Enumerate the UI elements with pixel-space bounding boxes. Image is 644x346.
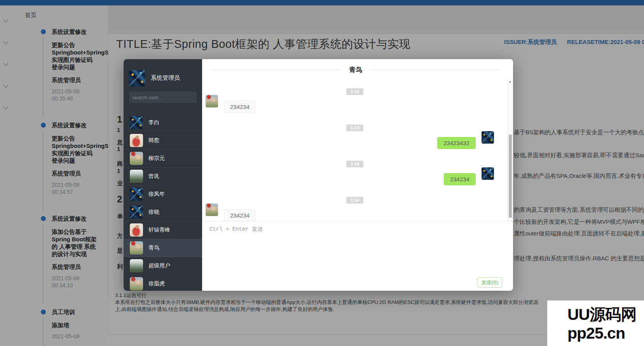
user-list-item[interactable]: 徐晓 [124,203,202,221]
message-scroll-area: 1:14 234234 1:14 [202,78,508,221]
user-name: 柳宗元 [148,155,165,162]
input-divider [202,221,513,221]
user-avatar [130,223,143,237]
message-bubble: 23423432 [437,137,476,149]
user-list-item[interactable]: 韩愈 [124,132,202,149]
user-name: 徐脂虎 [148,280,165,287]
user-avatar [130,116,143,129]
user-avatar [130,205,143,219]
message-bubble: 234234 [224,209,256,221]
user-avatar [130,134,143,147]
message-avatar [482,131,494,144]
message-timestamp: 1:14 [346,197,363,204]
message-row: 234234 [202,204,508,221]
user-panel: 系统管理员 李白 韩愈 柳宗元 [124,59,202,291]
user-name: 李白 [148,119,159,126]
message-row: 234234 [202,167,508,185]
message-avatar [482,167,494,180]
user-avatar [130,152,143,165]
watermark-line1: UU源码网 [567,305,644,324]
current-user-avatar [129,70,145,86]
message-avatar [206,204,218,216]
user-avatar [130,170,143,183]
message-bubble: 234234 [224,101,256,113]
message-timestamp: 1:14 [346,161,363,167]
current-user-name: 系统管理员 [151,74,180,82]
send-button[interactable]: 发送(S) [477,277,502,288]
chat-input[interactable]: Ctrl + Enter 发送 [209,226,263,233]
watermark: UU源码网 pp25.cn [547,300,644,346]
user-name: 超级用户 [148,262,170,269]
user-name: 轩辕青峰 [148,227,170,234]
watermark-line2: pp25.cn [567,324,644,342]
user-list-item[interactable]: 徐脂虎 [124,275,202,291]
scrollbar-thumb[interactable] [509,135,512,218]
user-list-item[interactable]: 轩辕青峰 [124,221,202,239]
user-avatar [130,188,143,201]
message-timestamp: 1:14 [346,125,363,131]
chat-item: 234234 [202,204,508,221]
chat-item: 1:14 [202,197,508,204]
message-timestamp: 1:14 [346,88,363,95]
message-row: 234234 [202,95,508,113]
user-list-item[interactable]: 柳宗元 [124,149,202,167]
user-list-item[interactable]: 李白 [124,114,202,132]
chat-item: 1:14 [202,161,508,167]
chat-scrollbar[interactable]: ▲ [508,79,512,221]
chat-item: 23423432 [202,131,508,149]
user-name: 徐晓 [148,209,159,216]
user-name: 韩愈 [148,137,159,144]
user-name: 青鸟 [148,244,159,251]
user-list: 李白 韩愈 柳宗元 曾巩 徐凤年 [124,114,202,291]
chat-header: 青鸟 [211,65,501,74]
user-avatar [130,259,143,272]
chat-title: 青鸟 [349,65,362,74]
chat-panel: 青鸟 1:14 234234 1:14 [202,59,513,291]
user-name: 徐凤年 [148,191,165,198]
user-list-item[interactable]: 超级用户 [124,257,202,275]
chat-item: 1:14 [202,125,508,131]
message-row: 23423432 [202,131,508,149]
message-avatar [206,95,218,107]
user-list-item[interactable]: 曾巩 [124,167,202,185]
message-bubble: 234234 [444,173,476,185]
chat-item: 1:14 [202,88,508,95]
chat-dialog: 系统管理员 李白 韩愈 柳宗元 [124,59,513,291]
user-list-item[interactable]: 徐凤年 [124,185,202,203]
chat-item: 234234 [202,95,508,113]
scroll-up-arrow-icon[interactable]: ▲ [508,80,512,83]
user-avatar [130,241,143,255]
search-user-input[interactable] [129,91,197,103]
chat-item: 234234 [202,167,508,185]
user-name: 曾巩 [148,173,159,180]
user-avatar [130,277,143,290]
user-list-item[interactable]: 青鸟 [124,239,202,257]
